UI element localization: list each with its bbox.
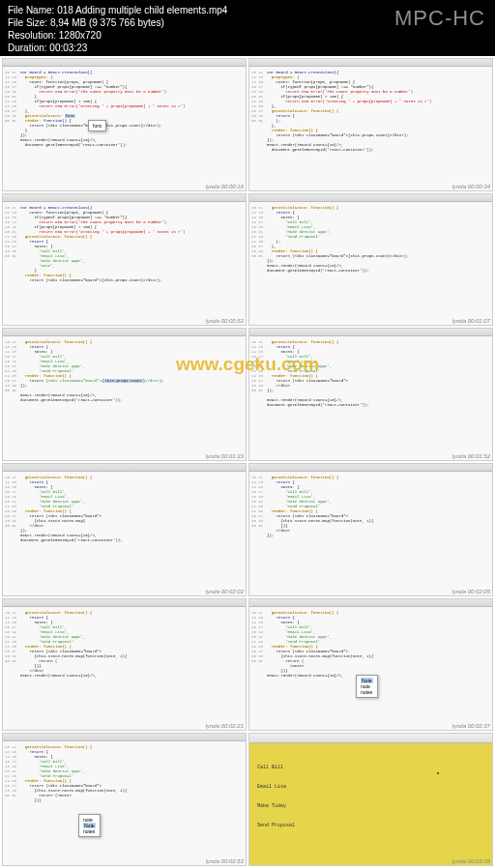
line-gutter: 10 11 12 13 14 15 16 17 18 19 20 21 22 2…	[251, 206, 263, 259]
code-line: {this.state.notes.map(function(note, i){	[34, 654, 127, 658]
browser-board: Call Bill Email Lisa Make Today Send Pro…	[249, 743, 492, 865]
code-line: render: function() {	[272, 374, 318, 378]
board-note: Send Proposal	[257, 823, 484, 828]
thumbnail-1[interactable]: 10 11 12 13 14 15 16 17 18 19 20 21 22 2…	[2, 58, 247, 191]
code-line: return {	[30, 616, 48, 620]
timestamp: lynda 00:02:52	[206, 858, 244, 864]
code-line: return new Error('The count property mus…	[285, 90, 413, 94]
code-line: render: function() {	[25, 645, 72, 649]
autocomplete-tooltip[interactable]: Note note notes	[356, 675, 378, 698]
code-editor: 10 11 12 13 14 15 16 17 18 19 20 21 22 2…	[249, 336, 492, 460]
resolution-label: Resolution:	[8, 30, 56, 41]
code-line: 'Email Lisa',	[39, 360, 69, 363]
code-line: 'Call Bill',	[39, 249, 67, 253]
code-line: document.getElementById('react-container…	[20, 538, 123, 542]
resolution-value: 1280x720	[59, 30, 102, 41]
code-line: document.getElementById('react-container…	[20, 398, 123, 402]
code-line: return {	[30, 480, 48, 484]
autocomplete-tooltip[interactable]: func	[88, 120, 106, 131]
thumbnail-2[interactable]: 10 11 12 13 14 15 16 17 18 19 20 21 22 2…	[248, 58, 493, 191]
filesize-label: File Size:	[8, 17, 47, 28]
line-gutter: 10 11 12 13 14 15 16 17 18 19 20 21 22 2…	[5, 476, 16, 529]
thumbnail-3[interactable]: 10 11 12 13 14 15 16 17 18 19 20 21 22 2…	[2, 193, 247, 327]
tooltip-item[interactable]: notes	[83, 828, 96, 834]
selection: func	[65, 114, 76, 118]
thumbnail-5[interactable]: 10 11 12 13 14 15 16 17 18 19 20 21 22 2…	[2, 328, 247, 461]
code-line: render: function() {	[25, 779, 72, 783]
code-line: 'Send Proposal'	[39, 640, 73, 644]
code-line: render: function() {	[25, 509, 72, 513]
code-editor: 10 11 12 13 14 15 16 17 18 19 20 21 22 2…	[249, 202, 492, 326]
thumbnail-7[interactable]: 10 11 12 13 14 15 16 17 18 19 20 21 22 2…	[2, 463, 247, 596]
tooltip-item[interactable]: notes	[361, 689, 373, 695]
code-line: if(props[propName] > 100) {	[34, 100, 97, 103]
thumbnail-6[interactable]: 10 11 12 13 14 15 16 17 18 19 20 21 22 2…	[248, 328, 493, 461]
code-line: return {	[277, 616, 295, 620]
code-line: return {	[30, 240, 48, 244]
code-line: return (<div className="board">	[30, 650, 102, 653]
duration-row: Duration: 00:03:23	[8, 42, 487, 54]
code-line: render: function() {	[25, 374, 72, 378]
code-line: render: function() {	[25, 274, 72, 277]
code-line: 'Send Proposal'	[39, 369, 73, 373]
code-line: if(typeof props[propName] !== "number"){	[34, 85, 127, 89]
code-line: return {	[30, 750, 48, 754]
code-line: return (<div className="board">{this.pro…	[277, 254, 409, 258]
filename-label: File Name:	[8, 5, 54, 15]
code-line: React.render(<Board count={10}/>,	[20, 534, 97, 537]
code-line: 'Send Proposal'	[39, 774, 73, 778]
code-line: <Note>	[290, 664, 304, 668]
code-line: getInitialState: function() {	[272, 476, 339, 479]
editor-titlebar	[3, 734, 246, 741]
code-line: getInitialState: function() {	[272, 109, 339, 113]
code-line: notes: [	[34, 755, 52, 759]
board-note: Make Today	[257, 803, 484, 809]
timestamp: lynda 00:03:08	[452, 858, 490, 864]
code-line: return (<div className="board">	[30, 784, 102, 788]
board-note: Call Bill	[257, 765, 484, 770]
code-line: document.getElementById('react-container…	[272, 148, 374, 152]
board-note: Email Lisa	[257, 784, 484, 790]
thumbnail-8[interactable]: 10 11 12 13 14 15 16 17 18 19 20 21 22 2…	[248, 463, 493, 596]
thumbnail-12[interactable]: Call Bill Email Lisa Make Today Send Pro…	[248, 733, 493, 866]
code-line: return new Error('Creating ' + props[pro…	[39, 230, 185, 234]
code-line: 'Call Bill',	[285, 355, 313, 359]
code-line: getInitialState: function() {	[272, 611, 339, 615]
code-line: render: function() {	[272, 249, 318, 253]
code-line: return new Error('The count property mus…	[39, 220, 166, 224]
thumbnail-9[interactable]: 10 11 12 13 14 15 16 17 18 19 20 21 22 2…	[2, 598, 247, 732]
code-line: return (<div className="board">	[277, 650, 348, 653]
timestamp: lynda 00:02:05	[452, 589, 490, 594]
code-line: 'Call Bill',	[39, 490, 67, 494]
code-line: 'Make dentist appt',	[39, 364, 85, 368]
thumbnail-11[interactable]: 10 11 12 13 14 15 16 17 18 19 20 21 22 2…	[2, 733, 247, 866]
code-line: {this.state.notes.map}	[34, 519, 85, 523]
thumbnail-4[interactable]: 10 11 12 13 14 15 16 17 18 19 20 21 22 2…	[248, 193, 493, 327]
code-line: var Board = React.createClass({	[20, 206, 92, 210]
contact-sheet: www.cgeku.com 10 11 12 13 14 15 16 17 18…	[0, 56, 495, 868]
timestamp: lynda 00:00:52	[206, 318, 244, 324]
code-line: notes: [	[280, 216, 299, 219]
code-line: getInitialState: function() {	[25, 340, 93, 344]
code-line: 'Make dentist appt',	[285, 635, 332, 639]
code-line: return (<div className="board">{this.pro…	[30, 278, 162, 282]
line-gutter: 10 11 12 13 14 15 16 17 18 19 20 21 22 2…	[5, 745, 16, 798]
editor-titlebar	[3, 329, 246, 336]
line-gutter: 10 11 12 13 14 15 16 17 18 19 20 21 22 2…	[251, 71, 263, 124]
editor-titlebar	[3, 599, 246, 607]
tooltip-item[interactable]: Note	[361, 678, 373, 683]
line-gutter: 10 11 12 13 14 15 16 17 18 19 20 21 22 2…	[5, 206, 16, 259]
code-line: return (<div className="board">	[277, 379, 348, 383]
code-line: 'Send Proposal'	[285, 369, 320, 373]
code-line: return (<div className="board">{this.pro…	[277, 133, 409, 137]
editor-titlebar	[249, 194, 492, 202]
code-line: render: function() {	[272, 645, 318, 649]
thumbnail-10[interactable]: 10 11 12 13 14 15 16 17 18 19 20 21 22 2…	[248, 598, 493, 732]
autocomplete-tooltip[interactable]: note Note notes	[78, 814, 101, 837]
code-line: render:	[25, 119, 42, 123]
code-line: render: function() {	[272, 129, 318, 132]
code-editor: 10 11 12 13 14 15 16 17 18 19 20 21 22 2…	[3, 202, 246, 326]
code-line: 'Send Proposal'	[39, 505, 73, 508]
code-line: 'Send Proposal'	[285, 640, 320, 644]
code-line: getInitialState: function() {	[25, 745, 93, 749]
